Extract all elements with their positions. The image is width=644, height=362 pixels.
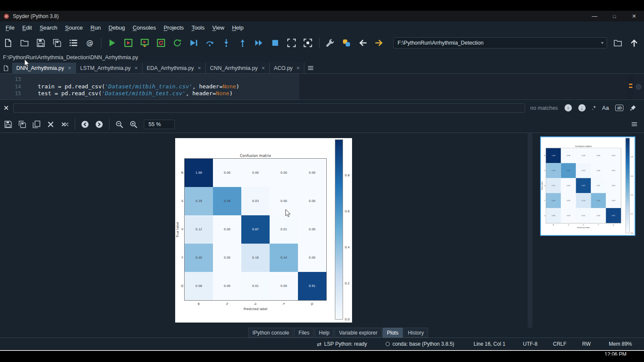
save-all-button[interactable] bbox=[51, 36, 64, 49]
menu-label: P bbox=[164, 24, 167, 31]
find-symbols-button[interactable] bbox=[83, 36, 96, 49]
tab-dnn-arrhythmia-py[interactable]: DNN_Arrhythmia.py× bbox=[12, 63, 76, 73]
editor-line: 13 bbox=[0, 76, 644, 83]
pane-tab-ipython-console[interactable]: IPython console bbox=[248, 328, 293, 338]
editor-scrollbar[interactable] bbox=[628, 74, 634, 100]
save-file-button[interactable] bbox=[34, 36, 47, 49]
save-plot-button[interactable] bbox=[3, 119, 14, 130]
pane-tab-plots[interactable]: Plots bbox=[383, 328, 403, 338]
editor-options-button[interactable] bbox=[305, 63, 316, 73]
debug-continue-button[interactable] bbox=[252, 36, 265, 49]
plots-options-button[interactable] bbox=[628, 118, 641, 131]
maximize-pane-button[interactable] bbox=[285, 36, 298, 49]
tab-close-icon[interactable]: × bbox=[261, 65, 265, 71]
menu-tools[interactable]: Tools bbox=[188, 23, 208, 33]
zoom-level: 55 % bbox=[144, 120, 175, 129]
tab-close-icon[interactable]: × bbox=[134, 65, 138, 71]
x-tick-label: V bbox=[582, 224, 584, 226]
new-file-icon bbox=[4, 39, 12, 47]
menu-edit[interactable]: Edit bbox=[18, 23, 36, 33]
fullscreen-button[interactable] bbox=[301, 36, 314, 49]
tab-close-icon[interactable]: × bbox=[198, 65, 201, 71]
code-segment: ) bbox=[229, 90, 233, 97]
working-directory-combo[interactable] bbox=[393, 37, 607, 48]
find-input[interactable] bbox=[13, 103, 525, 113]
step-over-button[interactable] bbox=[204, 36, 216, 49]
stop-debug-button[interactable] bbox=[269, 36, 282, 49]
menu-file[interactable]: File bbox=[2, 23, 18, 33]
menu-view[interactable]: View bbox=[208, 23, 228, 33]
tab-cnn-arrhythmia-py[interactable]: CNN_Arrhythmia.py× bbox=[206, 63, 270, 73]
remove-all-plots-button[interactable] bbox=[59, 119, 70, 130]
plots-pane: Confusion matrix1.000.000.000.000.000.39… bbox=[0, 133, 644, 328]
maximize-button[interactable]: □ bbox=[605, 11, 624, 21]
tab-close-icon[interactable]: × bbox=[68, 65, 71, 71]
open-file-button[interactable] bbox=[18, 36, 31, 49]
code-editor[interactable]: 1314train = pd.read_csv('Dataset/mitbih_… bbox=[0, 74, 644, 100]
preferences-button[interactable] bbox=[324, 36, 337, 49]
zoom-in-button[interactable] bbox=[128, 119, 139, 130]
next-plot-button[interactable] bbox=[94, 119, 105, 130]
run-cell-button[interactable] bbox=[122, 36, 135, 49]
close-find-icon[interactable] bbox=[3, 105, 9, 111]
run-file-icon bbox=[108, 39, 116, 47]
folder-icon bbox=[614, 39, 622, 47]
close-button[interactable]: × bbox=[624, 11, 644, 21]
browse-tabs-button[interactable] bbox=[0, 63, 12, 73]
pane-tab-help[interactable]: Help bbox=[315, 328, 334, 338]
menu-projects[interactable]: Projects bbox=[160, 23, 188, 33]
regex-toggle-button[interactable]: .* bbox=[592, 105, 596, 111]
menu-debug[interactable]: Debug bbox=[105, 23, 129, 33]
tab-eda-arrhythmia-py[interactable]: EDA_Arrhythmia.py× bbox=[143, 63, 206, 73]
save-all-plots-button[interactable] bbox=[17, 119, 28, 130]
working-directory-input[interactable] bbox=[394, 40, 600, 46]
chevron-down-icon[interactable] bbox=[600, 40, 605, 45]
pane-tab-history[interactable]: History bbox=[404, 328, 428, 338]
next-cursor-position-button[interactable] bbox=[373, 36, 386, 49]
colorbar-tick: 0.8 bbox=[345, 174, 349, 177]
x-tick-label: Q bbox=[612, 224, 614, 226]
whole-words-toggle-button[interactable]: ab bbox=[615, 105, 623, 111]
find-next-button[interactable]: ↓ bbox=[578, 104, 586, 112]
rerun-cell-button[interactable] bbox=[155, 36, 167, 49]
thumbnail-figure: Confusion matrix1.000.000.000.000.000.39… bbox=[541, 137, 635, 235]
menu-consoles[interactable]: Consoles bbox=[129, 23, 160, 33]
tab-close-icon[interactable]: × bbox=[297, 65, 300, 71]
menu-source[interactable]: Source bbox=[61, 23, 87, 33]
tab-label: LSTM_Arrhythmia.py bbox=[80, 65, 131, 71]
step-into-button[interactable] bbox=[220, 36, 233, 49]
run-cell-advance-button[interactable] bbox=[138, 36, 151, 49]
previous-cursor-position-button[interactable] bbox=[356, 36, 369, 49]
browse-directory-button[interactable] bbox=[611, 36, 624, 49]
copy-plot-button[interactable] bbox=[31, 119, 42, 130]
remove-plot-button[interactable] bbox=[45, 119, 56, 130]
scroll-flag-button[interactable] bbox=[636, 84, 641, 90]
run-file-button[interactable] bbox=[106, 36, 118, 49]
highlight-matches-toggle-button[interactable] bbox=[630, 105, 636, 111]
tab-aco-py[interactable]: ACO.py× bbox=[270, 63, 304, 73]
zoom-out-button[interactable] bbox=[114, 119, 125, 130]
pane-tab-variable-explorer[interactable]: Variable explorer bbox=[334, 328, 382, 338]
menu-run[interactable]: Run bbox=[87, 23, 105, 33]
menu-search[interactable]: Search bbox=[36, 23, 61, 33]
parent-directory-button[interactable] bbox=[628, 36, 641, 49]
menu-label-rest: dit bbox=[26, 24, 32, 31]
save-file-icon bbox=[36, 39, 45, 47]
pane-tab-files[interactable]: Files bbox=[294, 328, 313, 338]
new-file-button[interactable] bbox=[2, 36, 15, 49]
tab-lstm-arrhythmia-py[interactable]: LSTM_Arrhythmia.py× bbox=[76, 63, 143, 73]
step-return-button[interactable] bbox=[236, 36, 249, 49]
previous-plot-button[interactable] bbox=[79, 119, 91, 130]
plots-scrollbar[interactable] bbox=[528, 133, 532, 328]
matrix-cell: 1.00 bbox=[546, 148, 561, 163]
rerun-script-button[interactable] bbox=[171, 36, 184, 49]
find-previous-button[interactable]: ↑ bbox=[565, 104, 572, 112]
pythonpath-manager-button[interactable] bbox=[340, 36, 353, 49]
minimize-button[interactable]: — bbox=[585, 11, 605, 21]
debug-file-button[interactable] bbox=[187, 36, 200, 49]
case-sensitive-toggle-button[interactable]: Aa bbox=[602, 105, 609, 111]
file-switcher-button[interactable] bbox=[67, 36, 80, 49]
menu-help[interactable]: Help bbox=[228, 23, 247, 33]
x-tick-label: S bbox=[567, 224, 569, 226]
plot-thumbnail[interactable]: Confusion matrix1.000.000.000.000.000.39… bbox=[540, 136, 635, 236]
